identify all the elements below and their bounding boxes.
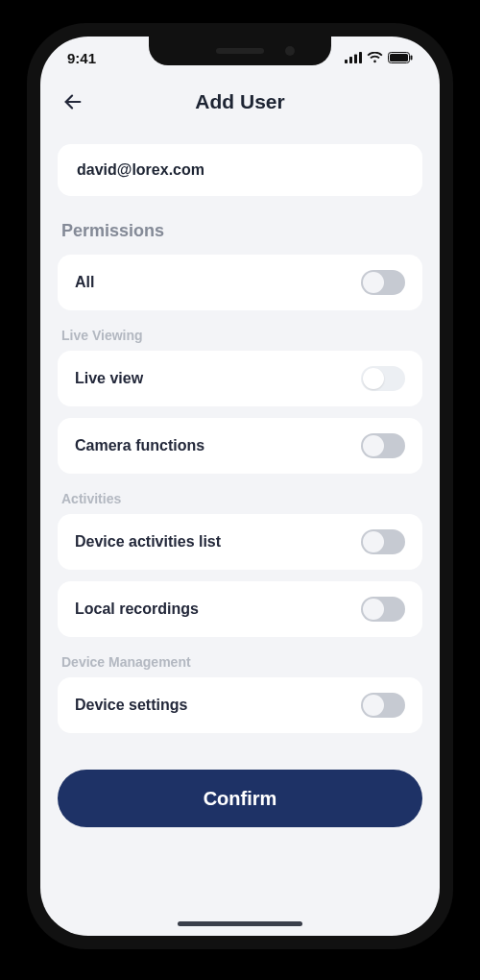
back-button[interactable] bbox=[58, 86, 88, 117]
subsection-device-management: Device Management bbox=[61, 654, 419, 670]
permission-row-device-activities: Device activities list bbox=[58, 514, 422, 570]
toggle-camera-functions[interactable] bbox=[361, 433, 405, 458]
toggle-device-settings[interactable] bbox=[361, 693, 405, 718]
nav-header: Add User bbox=[40, 79, 440, 125]
home-indicator[interactable] bbox=[178, 921, 302, 926]
subsection-activities: Activities bbox=[61, 491, 419, 506]
svg-rect-1 bbox=[349, 57, 352, 63]
battery-icon bbox=[388, 52, 413, 63]
permission-label: Camera functions bbox=[75, 437, 204, 454]
notch bbox=[149, 37, 331, 65]
permission-row-device-settings: Device settings bbox=[58, 677, 422, 733]
arrow-left-icon bbox=[62, 91, 84, 112]
permission-row-local-recordings: Local recordings bbox=[58, 581, 422, 637]
email-value: david@lorex.com bbox=[77, 161, 204, 178]
svg-rect-6 bbox=[411, 56, 413, 61]
phone-frame: 9:41 bbox=[27, 23, 453, 949]
permission-row-camera-functions: Camera functions bbox=[58, 418, 422, 474]
cellular-icon bbox=[345, 52, 362, 63]
permission-label: Device activities list bbox=[75, 533, 221, 551]
toggle-local-recordings[interactable] bbox=[361, 597, 405, 622]
page-title: Add User bbox=[195, 90, 284, 113]
subsection-live-viewing: Live Viewing bbox=[61, 328, 419, 343]
screen: 9:41 bbox=[40, 37, 440, 936]
permission-label: Live view bbox=[75, 370, 143, 387]
permission-row-all: All bbox=[58, 255, 422, 310]
permission-label: Local recordings bbox=[75, 600, 199, 618]
status-indicators bbox=[345, 52, 413, 63]
svg-rect-2 bbox=[354, 55, 357, 64]
svg-rect-3 bbox=[359, 52, 362, 63]
toggle-live-view[interactable] bbox=[361, 366, 405, 391]
confirm-button[interactable]: Confirm bbox=[58, 770, 422, 827]
permission-row-live-view: Live view bbox=[58, 351, 422, 406]
toggle-device-activities[interactable] bbox=[361, 529, 405, 554]
content: david@lorex.com Permissions All Live Vie… bbox=[40, 125, 440, 733]
svg-rect-0 bbox=[345, 60, 348, 63]
wifi-icon bbox=[367, 52, 383, 63]
svg-rect-5 bbox=[390, 54, 408, 61]
footer: Confirm bbox=[40, 745, 440, 845]
permission-label: Device settings bbox=[75, 697, 187, 714]
permission-label: All bbox=[75, 274, 94, 291]
email-field[interactable]: david@lorex.com bbox=[58, 144, 422, 196]
toggle-all[interactable] bbox=[361, 270, 405, 295]
section-title-permissions: Permissions bbox=[61, 221, 419, 241]
status-time: 9:41 bbox=[67, 50, 96, 66]
